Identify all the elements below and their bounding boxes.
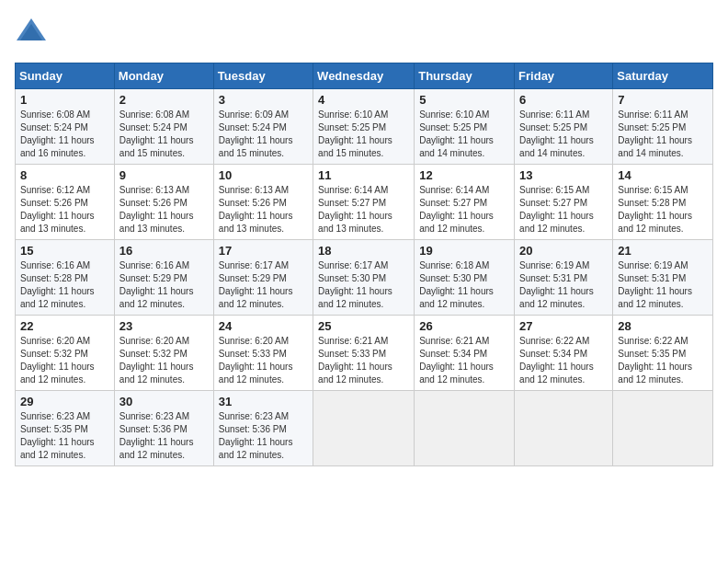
day-number: 24 — [219, 319, 308, 333]
calendar-week-4: 22Sunrise: 6:20 AMSunset: 5:32 PMDayligh… — [16, 316, 713, 391]
calendar-day-26: 26Sunrise: 6:21 AMSunset: 5:34 PMDayligh… — [415, 316, 515, 391]
calendar-day-13: 13Sunrise: 6:15 AMSunset: 5:27 PMDayligh… — [515, 165, 613, 240]
calendar-week-1: 1Sunrise: 6:08 AMSunset: 5:24 PMDaylight… — [16, 89, 713, 165]
calendar-day-empty — [415, 391, 515, 466]
day-number: 6 — [519, 93, 608, 107]
day-of-week-tuesday: Tuesday — [213, 63, 313, 89]
day-of-week-thursday: Thursday — [415, 63, 515, 89]
day-number: 10 — [219, 168, 308, 182]
calendar-table: SundayMondayTuesdayWednesdayThursdayFrid… — [15, 63, 713, 466]
day-number: 2 — [119, 93, 209, 107]
day-number: 5 — [419, 93, 509, 107]
day-of-week-sunday: Sunday — [16, 63, 115, 89]
calendar-week-3: 15Sunrise: 6:16 AMSunset: 5:28 PMDayligh… — [16, 240, 713, 316]
day-number: 11 — [318, 168, 409, 182]
calendar-day-empty — [613, 391, 713, 466]
calendar-day-24: 24Sunrise: 6:20 AMSunset: 5:33 PMDayligh… — [213, 316, 313, 391]
day-number: 27 — [519, 319, 608, 333]
day-of-week-friday: Friday — [515, 63, 613, 89]
day-number: 8 — [20, 168, 109, 182]
calendar-day-6: 6Sunrise: 6:11 AMSunset: 5:25 PMDaylight… — [515, 89, 613, 165]
calendar-day-28: 28Sunrise: 6:22 AMSunset: 5:35 PMDayligh… — [613, 316, 713, 391]
day-number: 15 — [20, 244, 109, 258]
calendar-day-16: 16Sunrise: 6:16 AMSunset: 5:29 PMDayligh… — [114, 240, 213, 316]
calendar-day-3: 3Sunrise: 6:09 AMSunset: 5:24 PMDaylight… — [213, 89, 313, 165]
day-number: 16 — [119, 244, 209, 258]
day-number: 28 — [618, 319, 708, 333]
calendar-day-15: 15Sunrise: 6:16 AMSunset: 5:28 PMDayligh… — [16, 240, 115, 316]
calendar-day-empty — [313, 391, 415, 466]
calendar-day-1: 1Sunrise: 6:08 AMSunset: 5:24 PMDaylight… — [16, 89, 115, 165]
day-number: 18 — [318, 244, 409, 258]
day-number: 22 — [20, 319, 109, 333]
page-header — [15, 15, 713, 52]
calendar-day-17: 17Sunrise: 6:17 AMSunset: 5:29 PMDayligh… — [213, 240, 313, 316]
calendar-day-4: 4Sunrise: 6:10 AMSunset: 5:25 PMDaylight… — [313, 89, 415, 165]
day-number: 25 — [318, 319, 409, 333]
day-number: 21 — [618, 244, 708, 258]
calendar-day-18: 18Sunrise: 6:17 AMSunset: 5:30 PMDayligh… — [313, 240, 415, 316]
calendar-day-21: 21Sunrise: 6:19 AMSunset: 5:31 PMDayligh… — [613, 240, 713, 316]
calendar-day-20: 20Sunrise: 6:19 AMSunset: 5:31 PMDayligh… — [515, 240, 613, 316]
logo-icon — [15, 15, 48, 52]
day-number: 19 — [419, 244, 509, 258]
day-number: 1 — [20, 93, 109, 107]
calendar-day-23: 23Sunrise: 6:20 AMSunset: 5:32 PMDayligh… — [114, 316, 213, 391]
day-number: 3 — [219, 93, 308, 107]
calendar-header-row: SundayMondayTuesdayWednesdayThursdayFrid… — [16, 63, 713, 89]
day-number: 29 — [20, 395, 109, 408]
day-of-week-monday: Monday — [114, 63, 213, 89]
calendar-day-19: 19Sunrise: 6:18 AMSunset: 5:30 PMDayligh… — [415, 240, 515, 316]
calendar-day-8: 8Sunrise: 6:12 AMSunset: 5:26 PMDaylight… — [16, 165, 115, 240]
calendar-day-5: 5Sunrise: 6:10 AMSunset: 5:25 PMDaylight… — [415, 89, 515, 165]
calendar-day-30: 30Sunrise: 6:23 AMSunset: 5:36 PMDayligh… — [114, 391, 213, 466]
day-number: 12 — [419, 168, 509, 182]
calendar-day-25: 25Sunrise: 6:21 AMSunset: 5:33 PMDayligh… — [313, 316, 415, 391]
calendar-day-12: 12Sunrise: 6:14 AMSunset: 5:27 PMDayligh… — [415, 165, 515, 240]
calendar-day-29: 29Sunrise: 6:23 AMSunset: 5:35 PMDayligh… — [16, 391, 115, 466]
calendar-day-7: 7Sunrise: 6:11 AMSunset: 5:25 PMDaylight… — [613, 89, 713, 165]
calendar-day-11: 11Sunrise: 6:14 AMSunset: 5:27 PMDayligh… — [313, 165, 415, 240]
day-number: 30 — [119, 395, 209, 408]
calendar-day-empty — [515, 391, 613, 466]
day-number: 4 — [318, 93, 409, 107]
logo — [15, 15, 51, 52]
day-number: 20 — [519, 244, 608, 258]
day-of-week-wednesday: Wednesday — [313, 63, 415, 89]
calendar-day-9: 9Sunrise: 6:13 AMSunset: 5:26 PMDaylight… — [114, 165, 213, 240]
day-number: 26 — [419, 319, 509, 333]
calendar-week-2: 8Sunrise: 6:12 AMSunset: 5:26 PMDaylight… — [16, 165, 713, 240]
day-number: 23 — [119, 319, 209, 333]
day-number: 31 — [219, 395, 308, 408]
calendar-day-10: 10Sunrise: 6:13 AMSunset: 5:26 PMDayligh… — [213, 165, 313, 240]
calendar-day-2: 2Sunrise: 6:08 AMSunset: 5:24 PMDaylight… — [114, 89, 213, 165]
calendar-day-22: 22Sunrise: 6:20 AMSunset: 5:32 PMDayligh… — [16, 316, 115, 391]
day-number: 7 — [618, 93, 708, 107]
day-of-week-saturday: Saturday — [613, 63, 713, 89]
calendar-day-31: 31Sunrise: 6:23 AMSunset: 5:36 PMDayligh… — [213, 391, 313, 466]
day-number: 13 — [519, 168, 608, 182]
calendar-week-5: 29Sunrise: 6:23 AMSunset: 5:35 PMDayligh… — [16, 391, 713, 466]
day-number: 9 — [119, 168, 209, 182]
day-number: 17 — [219, 244, 308, 258]
calendar-day-27: 27Sunrise: 6:22 AMSunset: 5:34 PMDayligh… — [515, 316, 613, 391]
day-number: 14 — [618, 168, 708, 182]
calendar-day-14: 14Sunrise: 6:15 AMSunset: 5:28 PMDayligh… — [613, 165, 713, 240]
